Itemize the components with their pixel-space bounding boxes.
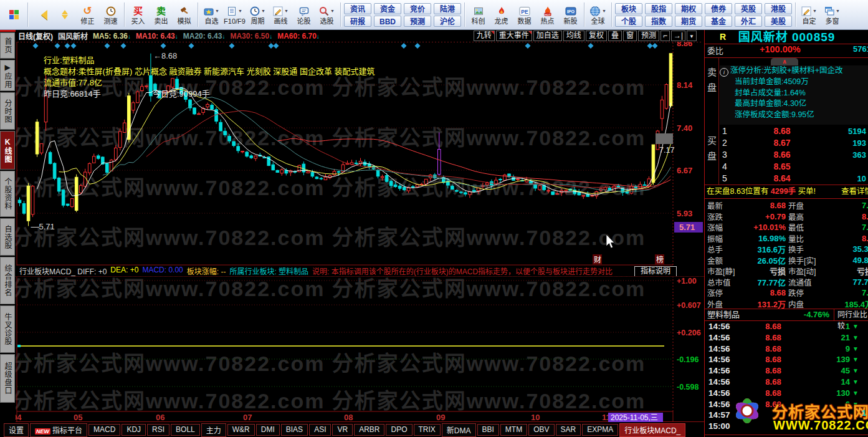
price-axis-label: 7.40 [677, 123, 692, 133]
sidebar-item-应用[interactable]: ▶应用 [0, 60, 15, 91]
candle-body [75, 177, 78, 210]
indicator-tab-DPO[interactable]: DPO [386, 424, 412, 436]
toolbar-button-板块[interactable]: 板块 [615, 3, 642, 14]
indicator-header: 行业板块MACD_ DIFF: +0DEA: +0MACD: 0.00板块涨幅:… [16, 266, 704, 277]
indicator-tab-新DMA[interactable]: 新DMA [442, 423, 476, 437]
sector-name[interactable]: 塑料制品 [707, 309, 740, 320]
indicator-tab-EXPMA[interactable]: EXPMA [582, 424, 618, 436]
chart-tool-重大事件[interactable]: 重大事件 [496, 31, 532, 41]
indicator-tab-设置[interactable]: 设置 [4, 423, 29, 437]
indicator-tab-BIAS[interactable]: BIAS [281, 424, 308, 436]
indicator-tab-ASI[interactable]: ASI [309, 424, 331, 436]
indicator-tab-BOLL[interactable]: BOLL [171, 424, 200, 436]
indicator-tab-KDJ[interactable]: KDJ [122, 424, 146, 436]
back-button[interactable] [30, 0, 53, 29]
sidebar-item-K线图[interactable]: K线图 [0, 131, 15, 170]
toolbar-button-基金[interactable]: 基金 [705, 16, 732, 27]
indicator-tab-W&R[interactable]: W&R [227, 424, 255, 436]
chart-tool-复权[interactable]: 复权 [586, 31, 607, 41]
sidebar-item-自选股[interactable]: 自选股 [0, 218, 15, 256]
toolbar-button-陆港[interactable]: 陆港 [434, 3, 461, 14]
indicator-tab-指标平台[interactable]: NEW指标平台 [30, 423, 87, 437]
correct-button[interactable]: ↺修正 [76, 0, 99, 29]
notice-qty: 4299手 [768, 187, 798, 196]
toolbar-button-英股[interactable]: 英股 [735, 3, 762, 14]
toolbar-button-港股[interactable]: 港股 [765, 3, 792, 14]
toolbar-button-沪伦[interactable]: 沪伦 [434, 16, 461, 27]
indicator-help-button[interactable]: 指标说明 [634, 266, 677, 277]
indicator-tab-VR[interactable]: VR [332, 424, 353, 436]
stat-value: 185.4万 [827, 298, 868, 310]
toolbar-button-竞价[interactable]: 竞价 [404, 3, 431, 14]
chart-tool-加自选[interactable]: 加自选 [533, 31, 562, 41]
dragon-tiger-button[interactable]: 龙虎 [490, 0, 513, 29]
toolbar-button-美股[interactable]: 美股 [765, 16, 792, 27]
chart-tool-▼[interactable]: ▼ [687, 31, 697, 41]
app-menu-button[interactable] [2, 0, 26, 29]
chart-tool-叠[interactable]: 叠 [608, 31, 622, 41]
chart-tool-九转[interactable]: 九转 [474, 31, 495, 41]
candle-body [398, 186, 401, 188]
indicator-tab-行业板块MACD_[interactable]: 行业板块MACD_ [619, 423, 685, 437]
toolbar-button-期权[interactable]: 期权 [675, 3, 702, 14]
indicator-tab-MACD[interactable]: MACD [88, 424, 120, 436]
global-button[interactable]: ▼全球 [586, 0, 609, 29]
toolbar-button-个股[interactable]: 个股 [615, 16, 642, 27]
toolbar-button-资金[interactable]: 资金 [374, 3, 401, 14]
sidebar-item-牛叉诊股[interactable]: 牛叉诊股 [0, 305, 15, 353]
indicator-tab-SAR[interactable]: SAR [556, 424, 581, 436]
toolbar-button-指数[interactable]: 指数 [645, 16, 672, 27]
new-ipo-button[interactable]: IPO新股 [559, 0, 582, 29]
f10-f9-button[interactable]: ▼F10/F9 [223, 0, 246, 29]
hot-spot-button[interactable]: HOT热点 [536, 0, 559, 29]
buy-button[interactable]: 买买入 [126, 0, 150, 29]
popup-line: i涨停分析:光刻胶+膜材料+国企改 [720, 65, 868, 77]
simulate-button[interactable]: 模拟 [173, 0, 196, 29]
toolbar-button-债券[interactable]: 债券 [705, 3, 732, 14]
multi-window-button[interactable]: ▼多窗 [821, 0, 844, 29]
period-button[interactable]: ▼周期 [246, 0, 269, 29]
view-details-link[interactable]: 查看详情 [841, 185, 868, 198]
chart-tool-窗[interactable]: 窗 [623, 31, 637, 41]
toolbar-button-期货[interactable]: 期货 [675, 16, 702, 27]
toolbar-button-预测[interactable]: 预测 [404, 16, 431, 27]
custom-button[interactable]: ▼自定 [798, 0, 821, 29]
toolbar-button-股指[interactable]: 股指 [645, 3, 672, 14]
toolbar-button-资讯[interactable]: 资讯 [344, 3, 371, 14]
sell-button[interactable]: 卖卖出 [150, 0, 173, 29]
indicator-tab-OBV[interactable]: OBV [528, 424, 554, 436]
speed-test-button[interactable]: 测速 [99, 0, 122, 29]
indicator-tab-MTM[interactable]: MTM [500, 424, 527, 436]
chart-tool-⌐[interactable]: ⌐ [661, 31, 670, 41]
star-market-button[interactable]: 科创 [467, 0, 490, 29]
big-order-notice: 在买盘8.63位置有 4299手 买单! 查看详情 [705, 185, 868, 198]
toolbar-button-研报[interactable]: 研报 [344, 16, 371, 27]
stock-picker-button[interactable]: ▼选股 [315, 0, 338, 29]
candle-body [486, 183, 489, 185]
indicator-tab-BBI[interactable]: BBI [477, 424, 499, 436]
draw-line-button[interactable]: ▼画线 [269, 0, 292, 29]
toolbar-button-BBD[interactable]: BBD [374, 16, 401, 27]
chart-tool-预测[interactable]: 预测 [638, 31, 659, 41]
period-label[interactable]: 日线(复权) [18, 31, 53, 41]
indicator-tab-主力[interactable]: 主力 [201, 423, 226, 437]
sidebar-item-首页[interactable]: 首页 [0, 32, 15, 59]
price-axis-label: 8.86 [677, 42, 692, 48]
nav-up-down-button[interactable] [53, 0, 76, 29]
sidebar-item-综合排名[interactable]: 综合排名 [0, 257, 15, 304]
limit-up-popup-collapse[interactable]: ∧ [771, 58, 798, 65]
candle-body [198, 113, 201, 114]
data-pe-button[interactable]: PE数据 [513, 0, 536, 29]
watchlist-button[interactable]: ▼自选 [200, 0, 223, 29]
stock-forum-button[interactable]: 论股 [292, 0, 315, 29]
indicator-tab-TRIX[interactable]: TRIX [414, 424, 441, 436]
indicator-tab-ARBR[interactable]: ARBR [354, 424, 384, 436]
indicator-tab-DMI[interactable]: DMI [256, 424, 280, 436]
sidebar-item-个股资料[interactable]: 个股资料 [0, 171, 15, 217]
sidebar-item-分时图[interactable]: 分时图 [0, 92, 15, 130]
sidebar-item-超级盘口[interactable]: 超级盘口 [0, 354, 15, 403]
toolbar-button-外汇[interactable]: 外汇 [735, 16, 762, 27]
chart-tool-均线[interactable]: 均线 [563, 31, 584, 41]
indicator-tab-RSI[interactable]: RSI [147, 424, 169, 436]
chart-tool-→|[interactable]: →| [671, 31, 685, 41]
